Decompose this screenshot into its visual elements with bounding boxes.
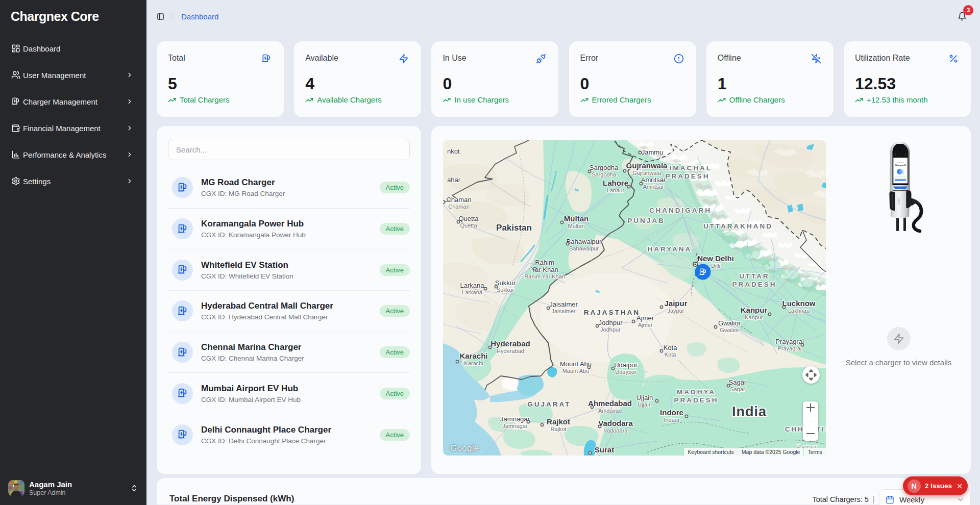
svg-text:Lahaur: Lahaur xyxy=(607,187,625,193)
svg-text:Gujranwala: Gujranwala xyxy=(626,161,668,170)
svg-text:Jaypur: Jaypur xyxy=(667,308,684,314)
svg-text:Gujranwala: Gujranwala xyxy=(632,170,662,176)
svg-text:Amritsar: Amritsar xyxy=(641,176,666,184)
svg-text:Jodhpur: Jodhpur xyxy=(600,326,621,333)
svg-text:UTTAR: UTTAR xyxy=(739,272,770,280)
svg-text:Maunt Abu: Maunt Abu xyxy=(562,368,590,374)
svg-text:Udaypur: Udaypur xyxy=(615,369,636,375)
svg-text:RAJASTHAN: RAJASTHAN xyxy=(584,309,640,316)
svg-text:Prayagraj: Prayagraj xyxy=(775,338,804,345)
svg-text:Hyderabad: Hyderabad xyxy=(491,339,530,348)
svg-text:Chargnex: Chargnex xyxy=(898,197,900,205)
svg-text:Chaman: Chaman xyxy=(446,196,471,204)
svg-text:Jaisalmer: Jaisalmer xyxy=(551,308,575,314)
svg-text:Surat: Surat xyxy=(598,454,611,456)
svg-text:Lakhnau: Lakhnau xyxy=(788,308,810,314)
svg-text:Lucknow: Lucknow xyxy=(782,299,815,308)
svg-text:Ahmedabad: Ahmedabad xyxy=(588,399,632,408)
svg-text:Karachi: Karachi xyxy=(464,360,483,366)
svg-text:PUNJAB: PUNJAB xyxy=(627,217,665,224)
svg-text:Rahim: Rahim xyxy=(535,259,554,266)
svg-text:Sukkur: Sukkur xyxy=(495,279,516,287)
svg-text:Tap to start charging session: Tap to start charging session xyxy=(893,178,908,179)
svg-text:Sagar: Sagar xyxy=(730,386,745,392)
svg-text:Bahawalpur: Bahawalpur xyxy=(569,245,599,251)
svg-text:Multan: Multan xyxy=(564,214,589,223)
svg-text:PRADESH: PRADESH xyxy=(674,396,718,404)
svg-text:Vadodara: Vadodara xyxy=(598,419,633,427)
svg-text:Indore: Indore xyxy=(660,408,683,417)
svg-text:UTTARAKHAND: UTTARAKHAND xyxy=(703,222,773,230)
svg-text:Jaipur: Jaipur xyxy=(664,299,687,308)
svg-text:Jaisalmer: Jaisalmer xyxy=(549,300,578,308)
svg-text:Gwalior: Gwalior xyxy=(720,327,739,333)
svg-text:Jammu: Jammu xyxy=(642,148,664,156)
svg-text:Chaman: Chaman xyxy=(448,204,470,210)
svg-text:New Delhi: New Delhi xyxy=(697,254,734,263)
svg-text:Karachi: Karachi xyxy=(459,351,487,360)
svg-text:Larkana: Larkana xyxy=(462,289,483,295)
svg-text:PRADESH: PRADESH xyxy=(665,172,709,180)
svg-text:Amritsar: Amritsar xyxy=(643,184,664,190)
svg-text:Larkana: Larkana xyxy=(460,282,485,289)
svg-text:HARYANA: HARYANA xyxy=(648,245,692,253)
svg-text:Surat: Surat xyxy=(595,445,614,454)
svg-text:Rajkot: Rajkot xyxy=(547,417,570,426)
svg-text:Dilli: Dilli xyxy=(711,263,720,269)
svg-text:Kota: Kota xyxy=(664,344,678,351)
svg-text:Bahawalpur: Bahawalpur xyxy=(567,238,602,245)
svg-text:Prayagraj: Prayagraj xyxy=(777,345,801,351)
svg-text:Mount Abu: Mount Abu xyxy=(560,360,592,368)
svg-text:Multan: Multan xyxy=(568,223,584,229)
svg-text:India: India xyxy=(732,404,767,419)
svg-text:Gwalior: Gwalior xyxy=(718,319,741,327)
svg-text:Rajkot: Rajkot xyxy=(550,426,566,432)
svg-text:Pakistan: Pakistan xyxy=(496,223,532,233)
svg-text:Quetta: Quetta xyxy=(460,222,477,229)
svg-text:Sukkur: Sukkur xyxy=(497,287,514,293)
svg-text:PRADESH: PRADESH xyxy=(732,281,776,288)
svg-text:Ujjain: Ujjain xyxy=(638,401,652,408)
svg-text:Sagar: Sagar xyxy=(729,378,747,386)
svg-text:Udaipur: Udaipur xyxy=(614,361,638,369)
svg-text:Jodhpur: Jodhpur xyxy=(599,319,623,326)
svg-text:Ujjain: Ujjain xyxy=(636,394,653,401)
svg-text:Rahim Yar Khan: Rahim Yar Khan xyxy=(524,273,565,280)
svg-text:Indaur: Indaur xyxy=(664,417,680,423)
svg-text:Kota: Kota xyxy=(665,351,677,358)
svg-text:Jamnagar: Jamnagar xyxy=(503,423,528,429)
svg-text:Amdavad: Amdavad xyxy=(598,408,622,414)
svg-text:ChargnexX: ChargnexX xyxy=(895,164,905,166)
svg-text:GUJARAT: GUJARAT xyxy=(527,400,571,408)
svg-text:Hyderabad: Hyderabad xyxy=(497,348,524,354)
svg-text:ahar: ahar xyxy=(447,176,461,184)
svg-text:Quetta: Quetta xyxy=(458,215,479,222)
svg-text:Sargodha: Sargodha xyxy=(590,164,619,171)
svg-text:Kanpur: Kanpur xyxy=(741,306,768,314)
svg-text:CHANDIGARH: CHANDIGARH xyxy=(649,207,712,214)
svg-text:Sargodha: Sargodha xyxy=(592,171,617,178)
svg-text:nkot: nkot xyxy=(447,147,460,155)
svg-text:Vadodara: Vadodara xyxy=(604,427,628,434)
svg-text:Ajmer: Ajmer xyxy=(636,314,654,322)
svg-text:MADHYA: MADHYA xyxy=(677,388,716,396)
svg-text:Jamnagar: Jamnagar xyxy=(500,415,530,423)
svg-text:HIMACHAL: HIMACHAL xyxy=(663,164,712,172)
svg-text:Lahore: Lahore xyxy=(603,179,628,187)
svg-text:Ajmer: Ajmer xyxy=(638,322,653,328)
svg-text:Kanpur: Kanpur xyxy=(745,314,763,320)
